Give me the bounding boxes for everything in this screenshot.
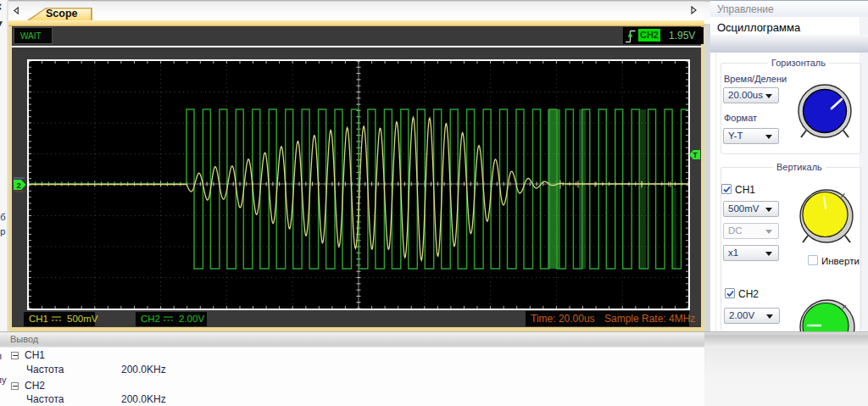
- svg-text:T: T: [693, 151, 698, 159]
- svg-text:2: 2: [17, 181, 21, 190]
